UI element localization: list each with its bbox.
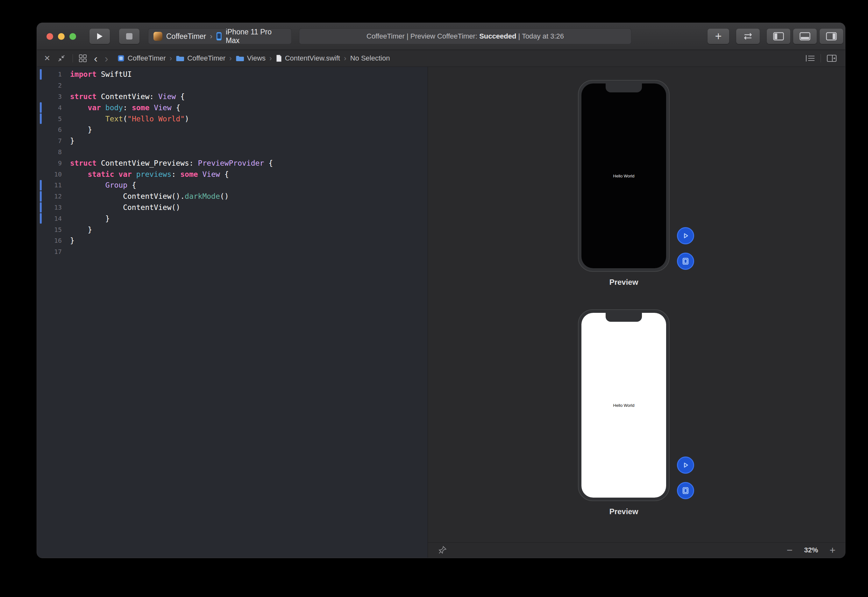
code-text: } bbox=[70, 226, 92, 234]
line-number[interactable]: 6 bbox=[37, 126, 62, 134]
line-number[interactable]: 8 bbox=[37, 148, 62, 156]
code-line[interactable]: 10 static var previews: some View { bbox=[37, 169, 428, 180]
code-text: var body: some View { bbox=[70, 104, 180, 112]
breadcrumb-label: CoffeeTimer bbox=[128, 54, 166, 62]
line-number[interactable]: 17 bbox=[37, 248, 62, 255]
live-preview-button[interactable] bbox=[677, 456, 694, 474]
change-indicator bbox=[40, 191, 42, 202]
preview-screen[interactable]: Hello World bbox=[581, 313, 666, 498]
line-number[interactable]: 9 bbox=[37, 159, 62, 167]
code-line[interactable]: 7} bbox=[37, 135, 428, 147]
code-line[interactable]: 4 var body: some View { bbox=[37, 102, 428, 113]
code-line[interactable]: 1import SwiftUI bbox=[37, 69, 428, 80]
swap-editors-button[interactable] bbox=[736, 29, 760, 44]
status-text: CoffeeTimer | Preview CoffeeTimer: Succe… bbox=[366, 32, 564, 40]
code-text: } bbox=[70, 214, 110, 223]
code-line[interactable]: 13 ContentView() bbox=[37, 202, 428, 213]
jump-bar: ✕ ‹ › CoffeeTimer›CoffeeTimer›Views›Cont… bbox=[37, 50, 845, 67]
change-indicator bbox=[40, 113, 42, 124]
library-plus-button[interactable]: + bbox=[708, 29, 729, 44]
pin-preview-button[interactable] bbox=[437, 545, 447, 555]
code-line[interactable]: 3struct ContentView: View { bbox=[37, 91, 428, 102]
code-line[interactable]: 9struct ContentView_Previews: PreviewPro… bbox=[37, 157, 428, 169]
run-button[interactable] bbox=[89, 29, 110, 44]
preview-canvas: Hello WorldPreviewHello WorldPreview − 3… bbox=[428, 67, 845, 558]
add-editor-icon[interactable] bbox=[827, 54, 837, 62]
line-number[interactable]: 16 bbox=[37, 237, 62, 244]
breadcrumb-item[interactable]: CoffeeTimer bbox=[117, 54, 166, 62]
code-line[interactable]: 16} bbox=[37, 235, 428, 246]
code-line[interactable]: 11 Group { bbox=[37, 180, 428, 191]
live-preview-button[interactable] bbox=[677, 227, 694, 244]
code-line[interactable]: 15 } bbox=[37, 224, 428, 235]
breadcrumb-label: Views bbox=[247, 54, 265, 62]
breadcrumb-item[interactable]: No Selection bbox=[350, 54, 390, 62]
stop-button[interactable] bbox=[119, 29, 139, 44]
navigator-panel-icon bbox=[773, 32, 784, 40]
live-preview-play-icon bbox=[681, 461, 690, 469]
breadcrumb-item[interactable]: Views bbox=[236, 54, 265, 62]
code-text: ContentView() bbox=[70, 203, 180, 211]
code-line[interactable]: 6 } bbox=[37, 124, 428, 135]
code-line[interactable]: 12 ContentView().darkMode() bbox=[37, 191, 428, 202]
code-editor[interactable]: 1import SwiftUI23struct ContentView: Vie… bbox=[37, 67, 428, 558]
code-text: } bbox=[70, 236, 74, 245]
related-items-icon[interactable] bbox=[79, 54, 87, 62]
line-number[interactable]: 2 bbox=[37, 82, 62, 89]
stop-icon bbox=[126, 33, 132, 40]
traffic-lights bbox=[46, 33, 76, 40]
breadcrumb-separator: › bbox=[170, 54, 172, 63]
close-editor-icon[interactable]: ✕ bbox=[44, 54, 50, 63]
change-indicator bbox=[40, 202, 42, 213]
activity-viewer[interactable]: CoffeeTimer | Preview CoffeeTimer: Succe… bbox=[299, 28, 631, 44]
editor-options-icon[interactable] bbox=[805, 54, 815, 62]
code-text: ContentView().darkMode() bbox=[70, 192, 229, 200]
preview-phone[interactable]: Hello World bbox=[578, 309, 670, 501]
divider bbox=[73, 54, 73, 62]
zoom-button[interactable] bbox=[70, 33, 76, 40]
code-line[interactable]: 8 bbox=[37, 147, 428, 158]
breadcrumb-item[interactable]: CoffeeTimer bbox=[176, 54, 225, 62]
preview-screen[interactable]: Hello World bbox=[581, 83, 666, 268]
code-text: import SwiftUI bbox=[70, 70, 132, 79]
preview-on-device-button[interactable] bbox=[677, 252, 694, 270]
code-line[interactable]: 5 Text("Hello World") bbox=[37, 113, 428, 124]
code-text: } bbox=[70, 126, 92, 134]
toggle-inspectors-button[interactable] bbox=[820, 29, 843, 44]
change-indicator bbox=[40, 180, 42, 190]
line-number[interactable]: 10 bbox=[37, 171, 62, 178]
preview-on-device-button[interactable] bbox=[677, 482, 694, 499]
minimize-button[interactable] bbox=[58, 33, 65, 40]
code-line[interactable]: 2 bbox=[37, 80, 428, 91]
preview-phone[interactable]: Hello World bbox=[578, 80, 670, 272]
breadcrumb: CoffeeTimer›CoffeeTimer›Views›ContentVie… bbox=[117, 54, 390, 63]
toggle-navigator-button[interactable] bbox=[767, 29, 790, 44]
zoom-level: 32% bbox=[804, 546, 818, 554]
line-number[interactable]: 15 bbox=[37, 226, 62, 233]
run-icon bbox=[96, 33, 103, 40]
live-preview-play-icon bbox=[681, 232, 690, 240]
preview-label: Preview bbox=[578, 507, 670, 516]
line-number[interactable]: 7 bbox=[37, 137, 62, 145]
swift-file-icon bbox=[276, 55, 282, 62]
scheme-selector[interactable]: CoffeeTimer › iPhone 11 Pro Max bbox=[148, 28, 292, 44]
destination-phone-icon bbox=[216, 32, 222, 41]
close-button[interactable] bbox=[46, 33, 53, 40]
debug-panel-icon bbox=[800, 32, 810, 40]
project-icon bbox=[117, 55, 125, 62]
toggle-debug-area-button[interactable] bbox=[793, 29, 817, 44]
folder-icon bbox=[176, 55, 184, 62]
app-icon bbox=[154, 32, 162, 41]
breadcrumb-item[interactable]: ContentView.swift bbox=[276, 54, 340, 62]
code-line[interactable]: 17 bbox=[37, 246, 428, 257]
code-line[interactable]: 14 } bbox=[37, 213, 428, 224]
line-number[interactable]: 3 bbox=[37, 93, 62, 100]
scheme-destination-label[interactable]: iPhone 11 Pro Max bbox=[226, 28, 286, 45]
panel-toggle-group bbox=[767, 29, 843, 44]
code-text: } bbox=[70, 137, 74, 145]
phone-notch bbox=[606, 313, 642, 322]
phone-notch bbox=[606, 83, 642, 92]
scheme-project-label[interactable]: CoffeeTimer bbox=[166, 32, 206, 41]
minimize-editor-icon[interactable] bbox=[57, 54, 65, 62]
xcode-window: CoffeeTimer › iPhone 11 Pro Max CoffeeTi… bbox=[37, 22, 846, 558]
